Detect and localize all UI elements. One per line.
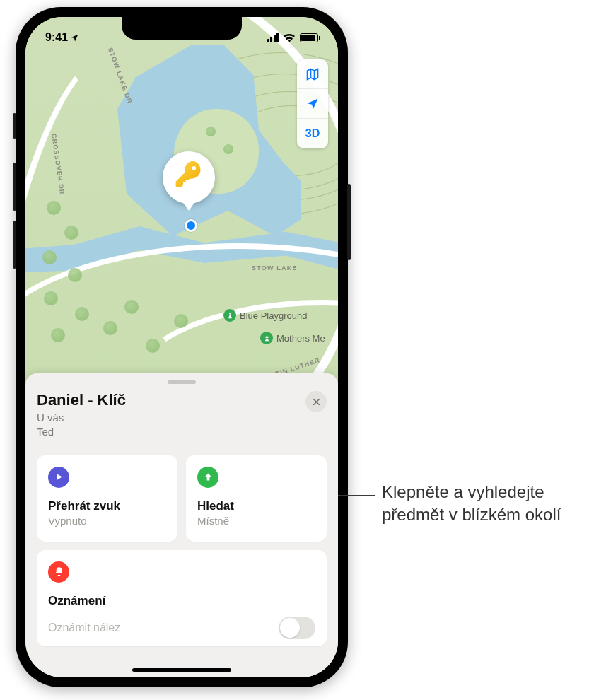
power-button	[347, 184, 351, 260]
key-icon	[173, 158, 204, 197]
tree-icon	[47, 201, 61, 215]
tree-icon	[124, 300, 139, 314]
notch	[122, 17, 242, 40]
wifi-icon	[283, 33, 296, 42]
tree-icon	[146, 339, 160, 353]
notify-found-label: Oznámit nález	[48, 622, 120, 634]
tree-icon	[42, 250, 57, 264]
tree-icon	[75, 307, 89, 321]
locate-me-button[interactable]	[297, 89, 328, 119]
sheet-grabber[interactable]	[168, 380, 196, 384]
svg-point-0	[229, 312, 231, 314]
find-nearby-card[interactable]: Hledat Místně	[186, 455, 327, 542]
tree-icon	[51, 328, 65, 342]
screen: 9:41	[25, 17, 338, 677]
poi-mothers-meadow[interactable]: Mothers Me	[260, 332, 325, 344]
volume-up	[13, 163, 16, 211]
card-title: Hledat	[197, 499, 315, 513]
annotation-text: Klepněte a vyhledejte předmět v blízkém …	[382, 481, 594, 527]
home-indicator[interactable]	[132, 668, 231, 672]
switch-silent	[13, 113, 16, 139]
card-subtitle: Místně	[197, 515, 315, 527]
notify-found-toggle[interactable]	[279, 617, 315, 639]
map-controls: 3D	[297, 59, 328, 148]
item-location-status: U vás	[37, 412, 64, 424]
tree-icon	[174, 314, 188, 328]
poi-blue-playground[interactable]: Blue Playground	[223, 309, 307, 322]
volume-down	[13, 221, 16, 269]
play-icon	[48, 467, 69, 488]
current-location-dot	[185, 219, 197, 232]
card-title: Oznámení	[48, 594, 315, 608]
map-mode-button[interactable]	[297, 59, 328, 89]
cellular-signal-icon	[267, 33, 279, 42]
item-pin[interactable]	[163, 151, 215, 204]
bell-icon	[48, 561, 69, 583]
poi-label: Blue Playground	[240, 310, 307, 321]
close-button[interactable]	[305, 391, 327, 412]
poi-label: Mothers Me	[276, 333, 325, 344]
tree-icon	[223, 144, 233, 154]
play-sound-card[interactable]: Přehrát zvuk Vypnuto	[37, 455, 177, 542]
close-icon	[312, 397, 321, 407]
park-icon	[260, 332, 273, 344]
playground-icon	[223, 309, 236, 322]
toggle-3d-button[interactable]: 3D	[297, 119, 328, 148]
tree-icon	[68, 268, 82, 282]
item-detail-sheet: Daniel - Klíč U vás Teď Přehrát zvuk	[25, 373, 338, 677]
arrow-up-icon	[197, 467, 218, 488]
phone-frame: 9:41	[16, 7, 348, 687]
location-services-icon	[70, 33, 79, 42]
tree-icon	[44, 291, 58, 305]
tree-icon	[103, 321, 117, 335]
road-label-stow-lake-2: Stow Lake	[252, 264, 298, 272]
item-time-status: Teď	[37, 426, 54, 438]
card-title: Přehrát zvuk	[48, 499, 166, 513]
status-time: 9:41	[45, 31, 68, 44]
battery-icon	[300, 33, 318, 42]
tree-icon	[206, 127, 216, 136]
notifications-card[interactable]: Oznámení Oznámit nález	[37, 550, 327, 646]
item-title: Daniel - Klíč	[37, 391, 126, 409]
tree-icon	[64, 226, 78, 240]
card-subtitle: Vypnuto	[48, 515, 166, 527]
